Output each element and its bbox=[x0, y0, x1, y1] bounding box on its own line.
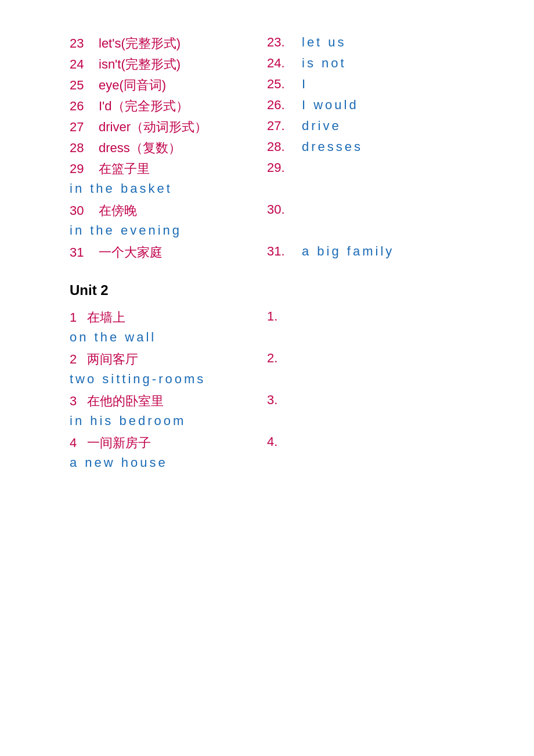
q-num-25: 25 bbox=[70, 78, 99, 93]
q-cn-28: dress（复数） bbox=[99, 139, 181, 157]
row-26: 26 I'd（完全形式） 26. I would bbox=[70, 98, 464, 118]
q-cn-27: driver（动词形式） bbox=[99, 118, 207, 136]
u2-a-num-2: 2. bbox=[267, 351, 290, 366]
u2-q-cn-1: 在墙上 bbox=[87, 309, 125, 326]
q-num-24: 24 bbox=[70, 57, 99, 72]
row-27: 27 driver（动词形式） 27. drive bbox=[70, 118, 464, 139]
a-num-31: 31. bbox=[267, 244, 302, 259]
u2-row-4: 4 一间新房子 4. bbox=[70, 434, 464, 455]
unit2-section: Unit 2 1 在墙上 1. on the wall 2 两间客厅 bbox=[70, 282, 464, 470]
u2-eng-1: on the wall bbox=[70, 330, 464, 345]
a-val-26: I would bbox=[302, 98, 359, 113]
u2-a-num-3: 3. bbox=[267, 393, 290, 408]
u2-eng-3: in his bedroom bbox=[70, 413, 464, 429]
a-num-23: 23. bbox=[267, 35, 302, 50]
u2-q-cn-4: 一间新房子 bbox=[87, 434, 151, 452]
q-num-23: 23 bbox=[70, 36, 99, 51]
u2-a-num-4: 4. bbox=[267, 434, 290, 449]
eng-30: in the evening bbox=[70, 223, 464, 238]
q-cn-31: 一个大家庭 bbox=[99, 244, 163, 261]
u2-row-3: 3 在他的卧室里 3. bbox=[70, 393, 464, 413]
u2-q-num-1: 1 bbox=[70, 310, 87, 325]
row-23: 23 let's(完整形式) 23. let us bbox=[70, 35, 464, 56]
q-num-29: 29 bbox=[70, 161, 99, 177]
u2-a-num-1: 1. bbox=[267, 309, 290, 324]
row-25: 25 eye(同音词) 25. I bbox=[70, 77, 464, 98]
a-num-24: 24. bbox=[267, 56, 302, 71]
q-num-30: 30 bbox=[70, 203, 99, 218]
u2-q-num-2: 2 bbox=[70, 352, 87, 367]
u2-q-cn-2: 两间客厅 bbox=[87, 351, 138, 368]
a-val-31: a big family bbox=[302, 244, 394, 259]
q-num-31: 31 bbox=[70, 245, 99, 260]
u2-q-num-3: 3 bbox=[70, 394, 87, 409]
a-val-28: dresses bbox=[302, 139, 363, 154]
a-num-26: 26. bbox=[267, 98, 302, 113]
u2-q-num-4: 4 bbox=[70, 435, 87, 451]
row-31: 31 一个大家庭 31. a big family bbox=[70, 244, 464, 265]
a-val-25: I bbox=[302, 77, 308, 92]
u2-q-cn-3: 在他的卧室里 bbox=[87, 393, 164, 410]
eng-29: in the basket bbox=[70, 181, 464, 196]
q-cn-26: I'd（完全形式） bbox=[99, 98, 189, 115]
q-cn-29: 在篮子里 bbox=[99, 160, 150, 178]
items-23-28: 23 let's(完整形式) 23. let us 24 isn't(完整形式)… bbox=[70, 35, 464, 265]
a-val-24: is not bbox=[302, 56, 347, 71]
row-24: 24 isn't(完整形式) 24. is not bbox=[70, 56, 464, 77]
a-num-27: 27. bbox=[267, 118, 302, 134]
unit2-title: Unit 2 bbox=[70, 282, 464, 298]
q-num-27: 27 bbox=[70, 120, 99, 135]
u2-row-2: 2 两间客厅 2. bbox=[70, 351, 464, 372]
u2-eng-4: a new house bbox=[70, 455, 464, 470]
a-num-30: 30. bbox=[267, 202, 302, 217]
a-num-25: 25. bbox=[267, 77, 302, 92]
q-num-26: 26 bbox=[70, 99, 99, 114]
q-num-28: 28 bbox=[70, 141, 99, 156]
q-cn-24: isn't(完整形式) bbox=[99, 56, 181, 73]
q-cn-23: let's(完整形式) bbox=[99, 35, 181, 52]
u2-eng-2: two sitting-rooms bbox=[70, 372, 464, 387]
a-val-23: let us bbox=[302, 35, 347, 50]
a-val-27: drive bbox=[302, 118, 341, 134]
row-28: 28 dress（复数） 28. dresses bbox=[70, 139, 464, 160]
row-29: 29 在篮子里 29. bbox=[70, 160, 464, 181]
a-num-28: 28. bbox=[267, 139, 302, 154]
u2-row-1: 1 在墙上 1. bbox=[70, 309, 464, 330]
q-cn-30: 在傍晚 bbox=[99, 202, 137, 219]
row-30: 30 在傍晚 30. bbox=[70, 202, 464, 223]
a-num-29: 29. bbox=[267, 160, 302, 175]
q-cn-25: eye(同音词) bbox=[99, 77, 166, 94]
